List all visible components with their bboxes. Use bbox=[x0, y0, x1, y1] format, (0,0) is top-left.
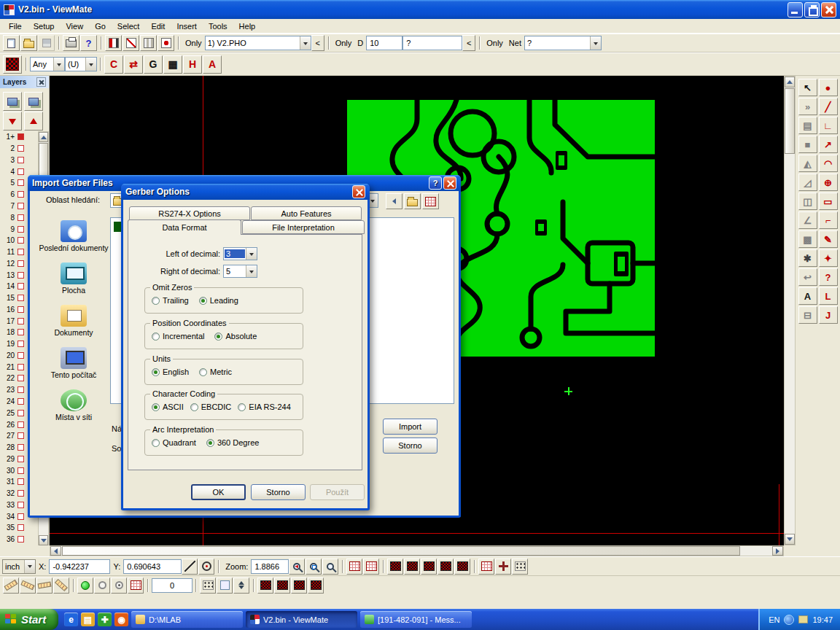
net-combo[interactable]: ? bbox=[524, 36, 602, 50]
update-shield-icon[interactable]: ✚ bbox=[98, 612, 112, 626]
dcode-filter-input[interactable]: ? bbox=[402, 36, 462, 50]
layer-color-swatch[interactable] bbox=[18, 203, 24, 209]
radio-incremental[interactable]: Incremental bbox=[152, 332, 204, 341]
corner-tool-icon[interactable]: ⌐ bbox=[819, 211, 838, 229]
layer-color-swatch[interactable] bbox=[18, 179, 24, 186]
scroll-left-icon[interactable] bbox=[50, 546, 61, 556]
only-net-label[interactable]: Only bbox=[486, 39, 503, 47]
import-cancel-button[interactable]: Storno bbox=[383, 438, 438, 454]
radio-english[interactable]: English bbox=[152, 368, 189, 376]
pattern-button-3[interactable] bbox=[291, 578, 307, 594]
ruler-button-3[interactable] bbox=[36, 578, 52, 594]
browser-icon[interactable]: ◉ bbox=[114, 612, 128, 626]
place-computer[interactable]: Tento počítač bbox=[37, 344, 110, 379]
updown-button[interactable] bbox=[233, 578, 249, 594]
layer-color-swatch[interactable] bbox=[18, 410, 24, 416]
grid-aperture-button[interactable]: ▦ bbox=[163, 55, 182, 74]
layer-color-swatch[interactable] bbox=[18, 133, 24, 140]
box-dot-button[interactable] bbox=[512, 559, 528, 575]
layer-color-swatch[interactable] bbox=[18, 467, 24, 474]
query-tool-icon[interactable]: ? bbox=[819, 268, 838, 286]
ruler-button-1[interactable] bbox=[3, 578, 19, 594]
views-button[interactable] bbox=[422, 193, 439, 209]
dcode-input[interactable]: 10 bbox=[366, 36, 402, 50]
gerber-aperture-button[interactable]: G bbox=[144, 55, 163, 74]
layer-table-button[interactable] bbox=[140, 35, 157, 51]
polyline-tool-icon[interactable]: ∟ bbox=[819, 117, 838, 134]
angle-tool-icon[interactable]: ∠ bbox=[798, 211, 817, 229]
layer-color-swatch[interactable] bbox=[18, 364, 24, 370]
grid-button[interactable] bbox=[128, 578, 144, 594]
radio-trailing[interactable]: Trailing bbox=[152, 296, 189, 305]
units-combo[interactable]: inch bbox=[2, 559, 36, 574]
layer-color-swatch[interactable] bbox=[18, 329, 24, 335]
layer-color-swatch[interactable] bbox=[18, 191, 24, 198]
layer-row[interactable]: 36 bbox=[0, 534, 38, 545]
layer-color-swatch[interactable] bbox=[18, 295, 24, 301]
radio-absolute[interactable]: Absolute bbox=[214, 332, 257, 341]
line-tool-icon[interactable]: ╱ bbox=[819, 98, 838, 115]
task-button-mlab[interactable]: D:\MLAB bbox=[131, 611, 243, 628]
close-icon[interactable] bbox=[443, 176, 456, 190]
start-button[interactable]: Start bbox=[0, 609, 58, 630]
menu-item-setup[interactable]: Setup bbox=[28, 20, 61, 32]
dither-view-button-5[interactable] bbox=[454, 559, 470, 575]
spark-tool-icon[interactable]: ✦ bbox=[819, 249, 838, 267]
scrollbar-thumb[interactable] bbox=[785, 88, 795, 154]
apply-button[interactable]: Použít bbox=[310, 484, 365, 500]
tray-app-icon[interactable] bbox=[798, 615, 808, 623]
layer-color-swatch[interactable] bbox=[18, 536, 24, 542]
radio-ascii[interactable]: ASCII bbox=[152, 402, 184, 411]
layer-color-swatch[interactable] bbox=[18, 386, 24, 393]
place-network[interactable]: Místa v síti bbox=[37, 386, 110, 421]
order-tool-icon[interactable]: » bbox=[798, 98, 817, 115]
scrollbar-thumb[interactable] bbox=[39, 143, 48, 176]
layers-tool-icon[interactable]: ▤ bbox=[798, 117, 817, 134]
layer-color-swatch[interactable] bbox=[18, 145, 24, 152]
tab-rs274x-options[interactable]: RS274-X Options bbox=[129, 206, 250, 220]
status-light-button[interactable] bbox=[77, 578, 93, 594]
scrollbar-thumb[interactable] bbox=[62, 546, 740, 556]
tab-auto-features[interactable]: Auto Features bbox=[251, 206, 362, 220]
center-target-button[interactable] bbox=[198, 559, 214, 575]
cancel-button[interactable]: Storno bbox=[251, 484, 306, 500]
scroll-up-icon[interactable] bbox=[39, 132, 48, 142]
layer-color-swatch[interactable] bbox=[18, 432, 24, 439]
layer-row[interactable]: 1+ bbox=[0, 131, 38, 143]
swap-aperture-button[interactable]: ⇄ bbox=[124, 55, 143, 74]
up-folder-button[interactable] bbox=[404, 193, 421, 209]
layer-color-swatch[interactable] bbox=[18, 375, 24, 381]
highlight-button[interactable] bbox=[158, 35, 174, 51]
layer-row[interactable]: 2 bbox=[0, 143, 38, 155]
minimize-icon[interactable] bbox=[788, 2, 803, 18]
layer-color-swatch[interactable] bbox=[18, 352, 24, 359]
layer-row[interactable]: 3 bbox=[0, 155, 38, 166]
chevron-down-icon[interactable] bbox=[246, 265, 257, 277]
measure-distance-button[interactable] bbox=[182, 559, 198, 575]
layer-color-swatch[interactable] bbox=[18, 157, 24, 163]
layer-color-swatch[interactable] bbox=[18, 398, 24, 405]
grid-step-field[interactable]: 0 bbox=[152, 578, 192, 593]
layer-color-swatch[interactable] bbox=[18, 260, 24, 267]
move-layer-up-button[interactable] bbox=[24, 112, 43, 131]
scroll-down-icon[interactable] bbox=[785, 534, 795, 545]
task-button-viewmate[interactable]: V2.bin - ViewMate bbox=[246, 611, 357, 628]
grid-table-button-2[interactable] bbox=[363, 559, 379, 575]
dither-view-button-2[interactable] bbox=[404, 559, 420, 575]
pad-tool-icon[interactable]: ● bbox=[819, 79, 838, 96]
circle-aperture-button[interactable]: C bbox=[104, 55, 123, 74]
active-layer-combo[interactable]: 1) V2.PHO bbox=[205, 36, 311, 50]
prev-dcode-button[interactable]: < bbox=[462, 35, 475, 51]
layer-color-swatch[interactable] bbox=[18, 237, 24, 244]
ie-icon[interactable]: e bbox=[64, 612, 78, 626]
context-help-button[interactable]: ? bbox=[80, 35, 97, 51]
close-icon[interactable] bbox=[352, 185, 365, 198]
only-dcode-label[interactable]: Only bbox=[335, 39, 352, 47]
board-tool-icon[interactable]: ⊟ bbox=[798, 306, 817, 324]
aperture-unit-combo[interactable]: (U) bbox=[65, 57, 97, 71]
task-button-messenger[interactable]: [191-482-091] - Mess... bbox=[360, 611, 472, 628]
language-icon[interactable] bbox=[784, 615, 794, 625]
layer-color-swatch[interactable] bbox=[18, 341, 24, 347]
layer-color-swatch[interactable] bbox=[18, 226, 24, 233]
open-file-button[interactable] bbox=[20, 35, 37, 51]
